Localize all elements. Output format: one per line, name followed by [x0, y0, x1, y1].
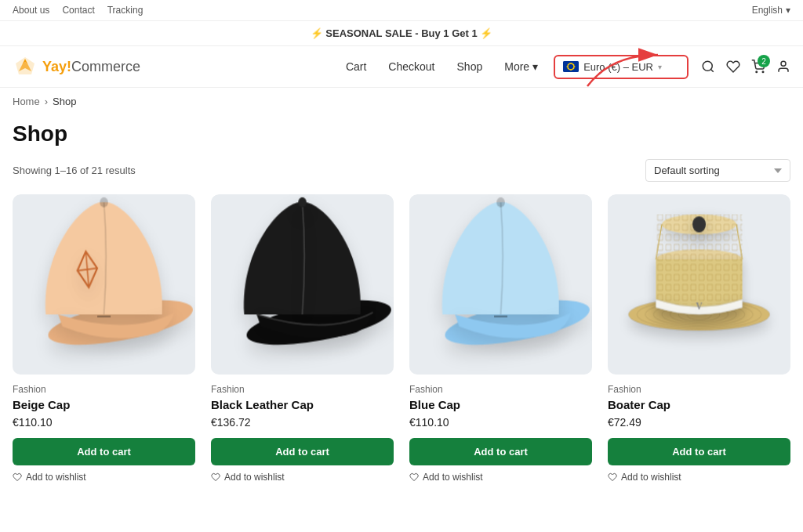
svg-point-5: [570, 63, 572, 64]
breadcrumb-current: Shop: [53, 96, 76, 107]
language-selector[interactable]: English ▾: [752, 5, 790, 16]
product-price: €136.72: [211, 416, 394, 429]
svg-point-16: [762, 71, 764, 73]
svg-point-17: [781, 61, 786, 66]
product-price: €110.10: [409, 416, 592, 429]
svg-point-15: [756, 71, 758, 73]
chevron-down-icon: ▾: [532, 60, 538, 73]
product-category: Fashion: [608, 384, 790, 395]
product-card: Fashion Boater Cap €72.49 Add to cart Ad…: [608, 194, 790, 483]
nav-links: Cart Checkout Shop More ▾: [346, 60, 538, 73]
wishlist-icon[interactable]: [726, 60, 740, 74]
currency-flag: [563, 61, 579, 72]
svg-line-14: [710, 69, 713, 71]
shop-controls: Showing 1–16 of 21 results Default sorti…: [0, 159, 803, 194]
contact-link[interactable]: Contact: [62, 5, 94, 16]
search-icon[interactable]: [701, 60, 715, 74]
svg-point-10: [568, 68, 569, 70]
product-name: Black Leather Cap: [211, 398, 394, 411]
product-card: Fashion Black Leather Cap €136.72 Add to…: [211, 194, 394, 483]
nav-shop-link[interactable]: Shop: [457, 60, 483, 73]
nav-cart-link[interactable]: Cart: [346, 60, 366, 73]
product-name: Beige Cap: [13, 398, 195, 411]
add-to-wishlist-link[interactable]: Add to wishlist: [211, 472, 394, 483]
product-image-blue-cap: [409, 194, 592, 375]
tracking-link[interactable]: Tracking: [107, 5, 144, 16]
svg-point-9: [570, 69, 572, 71]
svg-point-11: [567, 66, 569, 67]
add-to-cart-button[interactable]: Add to cart: [211, 438, 394, 465]
breadcrumb-home[interactable]: Home: [13, 96, 40, 107]
breadcrumb-separator: ›: [45, 96, 48, 107]
main-nav: Yay!Commerce Cart Checkout Shop More ▾: [0, 46, 803, 88]
product-category: Fashion: [13, 384, 195, 395]
currency-label: Euro (€) – EUR: [583, 61, 653, 73]
product-grid: Fashion Beige Cap €110.10 Add to cart Ad…: [0, 194, 803, 506]
product-image-beige-cap: [13, 194, 195, 375]
user-icon[interactable]: [776, 60, 790, 74]
svg-point-7: [574, 66, 576, 67]
currency-selector[interactable]: Euro (€) – EUR ▾: [554, 55, 689, 79]
sort-select[interactable]: Default sorting Sort by popularity Sort …: [645, 159, 790, 182]
product-category: Fashion: [211, 384, 394, 395]
nav-icons: 2: [701, 60, 790, 74]
nav-checkout-link[interactable]: Checkout: [388, 60, 434, 73]
add-to-cart-button[interactable]: Add to cart: [13, 438, 195, 465]
logo[interactable]: Yay!Commerce: [13, 54, 140, 79]
about-us-link[interactable]: About us: [13, 5, 49, 16]
add-to-wishlist-link[interactable]: Add to wishlist: [409, 472, 592, 483]
nav-more-dropdown[interactable]: More ▾: [504, 60, 538, 73]
top-bar: About us Contact Tracking English ▾: [0, 0, 803, 21]
currency-chevron-icon: ▾: [658, 63, 662, 71]
product-name: Blue Cap: [409, 398, 592, 411]
promo-banner: ⚡ SEASONAL SALE - Buy 1 Get 1 ⚡: [0, 21, 803, 46]
product-image-black-cap: [211, 194, 394, 375]
svg-rect-3: [563, 61, 579, 72]
product-card: Fashion Blue Cap €110.10 Add to cart Add…: [409, 194, 592, 483]
svg-point-8: [573, 68, 575, 70]
product-category: Fashion: [409, 384, 592, 395]
add-to-wishlist-link[interactable]: Add to wishlist: [608, 472, 790, 483]
currency-selector-wrapper: Euro (€) – EUR ▾: [554, 55, 689, 79]
cart-icon[interactable]: 2: [751, 60, 765, 74]
results-count: Showing 1–16 of 21 results: [13, 165, 136, 176]
breadcrumb: Home › Shop: [0, 88, 803, 115]
chevron-down-icon: ▾: [786, 5, 790, 16]
top-bar-links: About us Contact Tracking: [13, 5, 143, 16]
cart-badge: 2: [758, 55, 770, 67]
product-price: €110.10: [13, 416, 195, 429]
product-image-boater-cap: [608, 194, 790, 375]
page-title: Shop: [0, 115, 803, 159]
svg-point-13: [703, 61, 712, 71]
product-name: Boater Cap: [608, 398, 790, 411]
add-to-cart-button[interactable]: Add to cart: [409, 438, 592, 465]
svg-point-12: [568, 64, 569, 66]
svg-point-6: [573, 64, 575, 66]
product-price: €72.49: [608, 416, 790, 429]
add-to-wishlist-link[interactable]: Add to wishlist: [13, 472, 195, 483]
product-card: Fashion Beige Cap €110.10 Add to cart Ad…: [13, 194, 195, 483]
add-to-cart-button[interactable]: Add to cart: [608, 438, 790, 465]
